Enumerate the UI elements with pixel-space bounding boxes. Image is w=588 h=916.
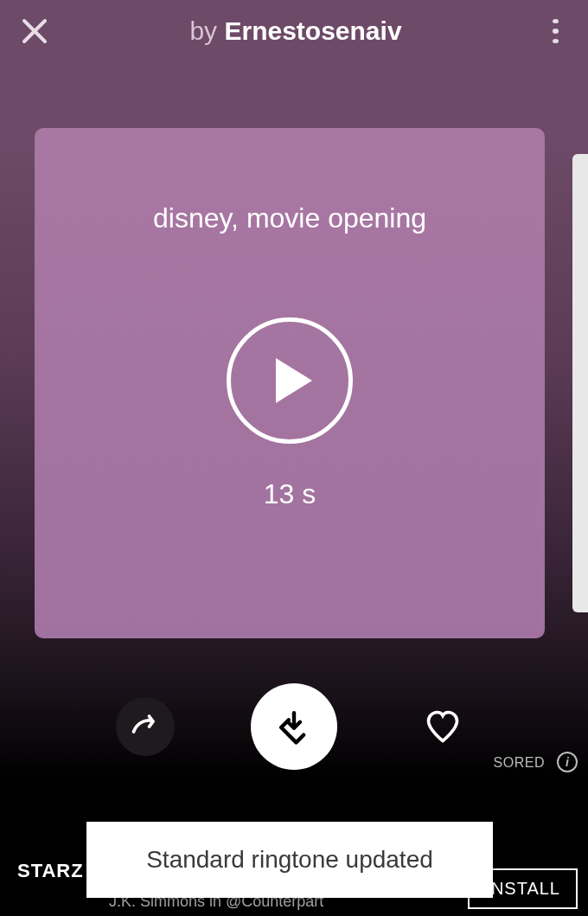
next-card-peek[interactable] (572, 154, 588, 612)
favorite-button[interactable] (413, 697, 472, 756)
play-icon (276, 358, 312, 403)
share-button[interactable] (116, 697, 175, 756)
author-name[interactable]: Ernestosenaiv (224, 16, 401, 45)
ringtone-title: disney, movie opening (153, 202, 426, 234)
download-button[interactable] (251, 683, 337, 770)
ad-logo: STARZ (17, 860, 84, 882)
sponsored-label: SORED (494, 755, 545, 771)
play-button[interactable] (227, 317, 353, 444)
toast-message: Standard ringtone updated (86, 822, 493, 898)
ringtone-card[interactable]: disney, movie opening 13 s (35, 128, 545, 638)
ringtone-screen: by Ernestosenaiv disney, movie opening 1… (0, 0, 588, 916)
more-options-icon[interactable] (543, 19, 567, 43)
ringtone-duration: 13 s (264, 478, 316, 510)
header-title: by Ernestosenaiv (48, 16, 543, 46)
close-icon[interactable] (21, 17, 48, 45)
heart-icon (424, 708, 462, 746)
share-icon (130, 711, 161, 742)
ad-info-icon[interactable]: i (557, 752, 578, 772)
download-icon (276, 708, 312, 745)
header: by Ernestosenaiv (0, 0, 588, 62)
by-label: by (189, 16, 217, 45)
